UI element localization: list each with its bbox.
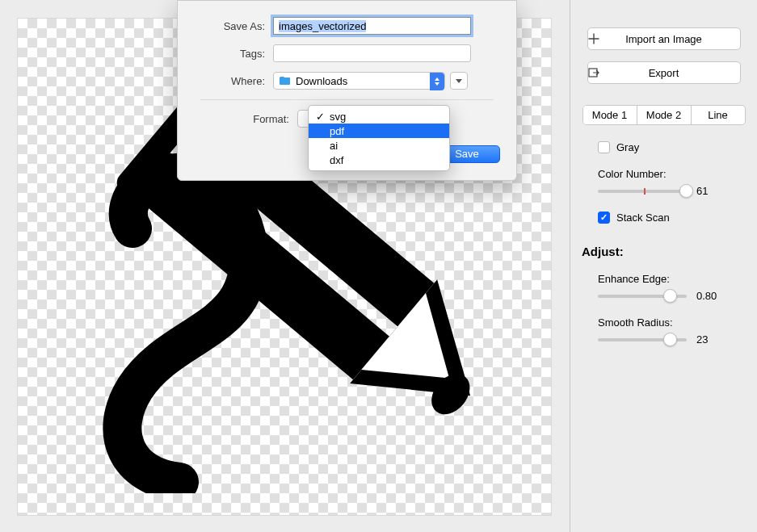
format-option-pdf[interactable]: pdf — [309, 124, 449, 138]
enhance-edge-slider[interactable] — [598, 295, 687, 298]
format-option-pdf-label: pdf — [330, 125, 344, 137]
filename-input[interactable] — [273, 17, 471, 35]
format-option-svg[interactable]: ✓ svg — [309, 109, 449, 124]
where-select[interactable]: Downloads — [273, 72, 445, 90]
import-image-button[interactable]: Import an Image — [587, 27, 741, 50]
smooth-radius-slider[interactable] — [598, 338, 687, 341]
format-dropdown-menu: ✓ svg pdf ai dxf — [308, 105, 450, 171]
smooth-radius-label: Smooth Radius: — [598, 316, 746, 329]
tab-line[interactable]: Line — [691, 106, 745, 124]
save-as-label: Save As: — [178, 20, 273, 32]
mode-tabs: Mode 1 Mode 2 Line — [582, 105, 746, 125]
format-option-ai-label: ai — [330, 140, 338, 152]
tags-input[interactable] — [273, 44, 471, 62]
export-label: Export — [588, 67, 740, 79]
dialog-divider — [200, 99, 494, 100]
color-number-slider[interactable] — [598, 190, 687, 193]
gray-checkbox[interactable] — [598, 141, 610, 153]
color-number-label: Color Number: — [598, 168, 746, 180]
format-label: Format: — [178, 113, 297, 125]
stack-scan-label: Stack Scan — [616, 212, 670, 224]
export-button[interactable]: Export — [587, 61, 741, 84]
format-option-ai[interactable]: ai — [309, 138, 449, 153]
where-label: Where: — [178, 75, 273, 87]
tab-mode1[interactable]: Mode 1 — [583, 106, 637, 124]
tags-label: Tags: — [178, 48, 273, 60]
checkmark-icon: ✓ — [315, 111, 325, 123]
adjust-section-label: Adjust: — [582, 245, 746, 258]
enhance-edge-value: 0.80 — [696, 290, 717, 302]
tab-mode2[interactable]: Mode 2 — [637, 106, 691, 124]
where-stepper-icon — [430, 73, 444, 90]
where-value: Downloads — [296, 75, 347, 87]
stack-scan-checkbox[interactable] — [598, 212, 610, 224]
smooth-radius-value: 23 — [696, 333, 708, 346]
folder-icon — [279, 76, 291, 86]
enhance-edge-label: Enhance Edge: — [598, 273, 746, 285]
format-option-dxf[interactable]: dxf — [309, 153, 449, 167]
import-image-label: Import an Image — [588, 33, 740, 45]
format-option-dxf-label: dxf — [330, 154, 343, 166]
color-number-value: 61 — [696, 185, 708, 197]
gray-label: Gray — [616, 141, 639, 153]
where-disclose-button[interactable] — [450, 72, 468, 90]
side-panel: Import an Image Export Mode 1 Mode 2 Lin… — [570, 0, 757, 532]
format-option-svg-label: svg — [330, 111, 346, 123]
